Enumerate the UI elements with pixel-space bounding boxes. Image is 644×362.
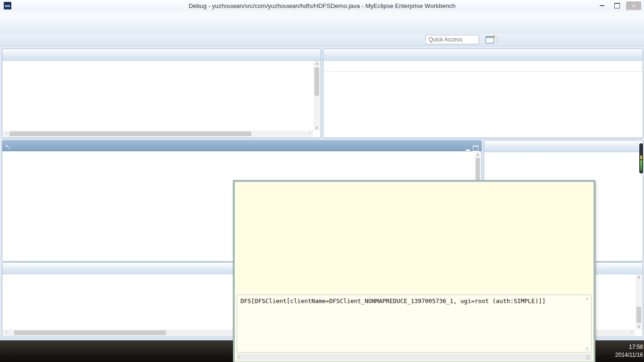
perspective-row: Quick Access [0,33,644,46]
close-window-button[interactable]: × [626,1,641,10]
divider [497,36,497,43]
variable-inspect-popup: DFS[DFSClient[clientName=DFSClient_NONMA… [233,181,595,362]
debug-stack-tree[interactable] [2,61,321,138]
open-perspective-icon[interactable] [486,36,494,43]
debug-view: ∧∨ ‹› [2,49,321,138]
popup-detail-pane[interactable]: DFS[DFSClient[clientName=DFSClient_NONMA… [237,295,592,353]
outline-tree[interactable] [484,152,643,155]
popup-horizontal-scrollbar[interactable]: ‹ [237,354,592,361]
screen-edge-indicator [639,143,643,173]
perspective-bar [486,36,500,43]
window-title: Debug - yuzhouwan/src/com/yuzhouwan/hdfs… [0,2,644,9]
titlebar: me Debug - yuzhouwan/src/com/yuzhouwan/h… [0,0,644,11]
main-toolbar [0,21,644,34]
menu-bar [0,11,644,21]
popup-detail-scrollbar[interactable]: ∧ ∨ [584,296,591,352]
workbench-window: me Debug - yuzhouwan/src/com/yuzhouwan/h… [0,0,644,362]
quick-access-input[interactable]: Quick Access [425,35,479,44]
window-controls: × [596,1,644,10]
clock-date: 2014/11/16 [615,351,643,359]
popup-variable-tree[interactable] [235,182,594,295]
variables-table-header [323,61,643,72]
taskbar-clock[interactable]: 17:58 2014/11/16 [615,343,644,360]
editor-tab-overflow[interactable]: »1 [5,143,10,150]
debug-vertical-scrollbar[interactable]: ∧∨ [314,61,320,131]
maximize-editor-icon[interactable] [473,146,479,151]
popup-resize-grip[interactable] [586,355,591,360]
restore-window-button[interactable] [611,1,623,10]
console-vertical-scrollbar[interactable]: ∧∨ [636,274,642,329]
clock-time: 17:58 [615,343,643,351]
language-indicator[interactable]: NG [585,348,593,354]
minimize-editor-icon[interactable] [466,149,470,151]
variables-view [323,49,643,138]
popup-detail-text: DFS[DFSClient[clientName=DFSClient_NONMA… [240,297,545,304]
debug-horizontal-scrollbar[interactable]: ‹› [3,131,313,137]
minimize-window-button[interactable] [596,1,608,10]
